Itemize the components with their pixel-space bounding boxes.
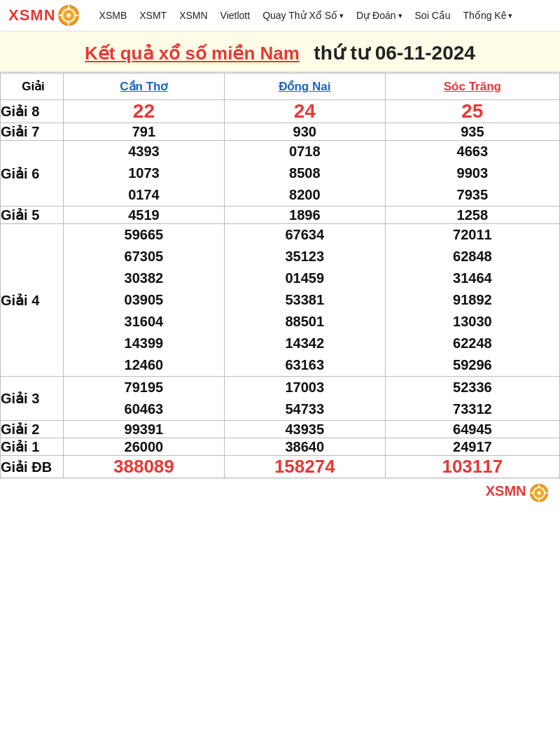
cell-value: 73312 (386, 398, 559, 420)
cell-value: 88501 (225, 311, 385, 333)
cell-dongnai: 1700354733 (224, 377, 385, 421)
cell-value: 79195 (64, 377, 224, 398)
logo-text: XSMN (8, 6, 56, 25)
cell-value: 53381 (225, 289, 385, 311)
cell-value: 14399 (64, 333, 224, 354)
cell-value: 35123 (225, 246, 385, 267)
nav-xsmn[interactable]: XSMN (179, 10, 207, 21)
cell-value: 8508 (225, 162, 385, 184)
cell-dongnai: 38640 (224, 438, 385, 456)
col-header-soctrang[interactable]: Sóc Trăng (385, 74, 559, 100)
cell-cantho: 26000 (64, 438, 225, 456)
cell-soctrang: 466399037935 (385, 141, 559, 207)
cell-cantho: 791 (64, 123, 225, 141)
cell-dongnai: 43935 (224, 421, 385, 438)
cell-soctrang: 72011628483146491892130306224859296 (385, 224, 559, 377)
dongnai-label: Đồng Nai (279, 80, 330, 93)
cell-value: 9903 (386, 162, 559, 184)
cell-value: 91892 (386, 289, 559, 311)
page-header: Kết quả xổ số miền Nam thứ tư 06-11-2024 (0, 32, 560, 73)
cell-value: 4393 (64, 141, 224, 162)
cell-soctrang: 103117 (385, 456, 559, 478)
cell-soctrang: 25 (385, 100, 559, 123)
logo[interactable]: XSMN (8, 4, 80, 27)
page-title: Kết quả xổ số miền Nam (85, 43, 300, 64)
row-label: Giải ĐB (1, 456, 64, 478)
nav-xsmb[interactable]: XSMB (99, 10, 127, 21)
cell-value: 72011 (386, 224, 559, 246)
footer-logo: XSMN (0, 478, 560, 507)
cell-soctrang: 64945 (385, 421, 559, 438)
navbar: XSMN XSMB XSMT XSMN Vietlott Quay Thử Xổ… (0, 0, 560, 32)
col-header-cantho[interactable]: Cần Thơ (64, 74, 225, 100)
cell-value: 14342 (225, 333, 385, 354)
table-row: Giải 8222425 (1, 100, 560, 123)
logo-icon (57, 4, 80, 27)
cantho-label: Cần Thơ (120, 80, 167, 93)
cell-value: 7935 (386, 184, 559, 206)
cell-dongnai: 67634351230145953381885011434263163 (224, 224, 385, 377)
cell-value: 62248 (386, 333, 559, 354)
cell-value: 0174 (64, 184, 224, 206)
cell-cantho: 59665673053038203905316041439912460 (64, 224, 225, 377)
cell-value: 67634 (225, 224, 385, 246)
cell-value: 63163 (225, 354, 385, 376)
nav-dudoan[interactable]: Dự Đoán (356, 10, 402, 21)
soctrang-label: Sóc Trăng (444, 80, 501, 93)
row-label: Giải 3 (1, 377, 64, 421)
cell-cantho: 7919560463 (64, 377, 225, 421)
table-row: Giải 45966567305303820390531604143991246… (1, 224, 560, 377)
nav-xsmt[interactable]: XSMT (139, 10, 167, 21)
cell-value: 1073 (64, 162, 224, 184)
cell-dongnai: 1896 (224, 207, 385, 224)
cell-cantho: 22 (64, 100, 225, 123)
cell-value: 30382 (64, 267, 224, 289)
svg-point-2 (66, 13, 71, 18)
cell-value: 4663 (386, 141, 559, 162)
table-row: Giải 64393107301740718850882004663990379… (1, 141, 560, 207)
col-header-giai: Giải (1, 74, 64, 100)
table-header-row: Giải Cần Thơ Đồng Nai Sóc Trăng (1, 74, 560, 100)
cell-value: 17003 (225, 377, 385, 398)
cell-soctrang: 5233673312 (385, 377, 559, 421)
cell-value: 67305 (64, 246, 224, 267)
cell-value: 59665 (64, 224, 224, 246)
result-table: Giải Cần Thơ Đồng Nai Sóc Trăng Giải 822… (0, 73, 560, 478)
cell-value: 31604 (64, 311, 224, 333)
table-row: Giải 3791956046317003547335233673312 (1, 377, 560, 421)
col-header-dongnai[interactable]: Đồng Nai (224, 74, 385, 100)
cell-cantho: 439310730174 (64, 141, 225, 207)
cell-dongnai: 24 (224, 100, 385, 123)
nav-links: XSMB XSMT XSMN Vietlott Quay Thử Xổ Số D… (99, 10, 552, 21)
row-label: Giải 1 (1, 438, 64, 456)
row-label: Giải 7 (1, 123, 64, 141)
table-row: Giải 1260003864024917 (1, 438, 560, 456)
cell-dongnai: 930 (224, 123, 385, 141)
nav-quaythu[interactable]: Quay Thử Xổ Số (262, 10, 344, 21)
cell-value: 8200 (225, 184, 385, 206)
cell-dongnai: 158274 (224, 456, 385, 478)
cell-value: 31464 (386, 267, 559, 289)
cell-value: 60463 (64, 398, 224, 420)
cell-soctrang: 935 (385, 123, 559, 141)
nav-thongke[interactable]: Thống Kê (463, 10, 513, 21)
cell-value: 59296 (386, 354, 559, 376)
table-row: Giải 5451918961258 (1, 207, 560, 224)
cell-cantho: 388089 (64, 456, 225, 478)
cell-value: 54733 (225, 398, 385, 420)
row-label: Giải 5 (1, 207, 64, 224)
cell-soctrang: 24917 (385, 438, 559, 456)
nav-soicau[interactable]: Soi Cầu (415, 10, 451, 21)
cell-value: 13030 (386, 311, 559, 333)
cell-value: 62848 (386, 246, 559, 267)
row-label: Giải 2 (1, 421, 64, 438)
cell-value: 01459 (225, 267, 385, 289)
cell-value: 12460 (64, 354, 224, 376)
cell-value: 52336 (386, 377, 559, 398)
table-row: Giải ĐB388089158274103117 (1, 456, 560, 478)
cell-value: 03905 (64, 289, 224, 311)
row-label: Giải 4 (1, 224, 64, 377)
nav-vietlott[interactable]: Vietlott (220, 10, 251, 21)
table-row: Giải 7791930935 (1, 123, 560, 141)
cell-cantho: 4519 (64, 207, 225, 224)
